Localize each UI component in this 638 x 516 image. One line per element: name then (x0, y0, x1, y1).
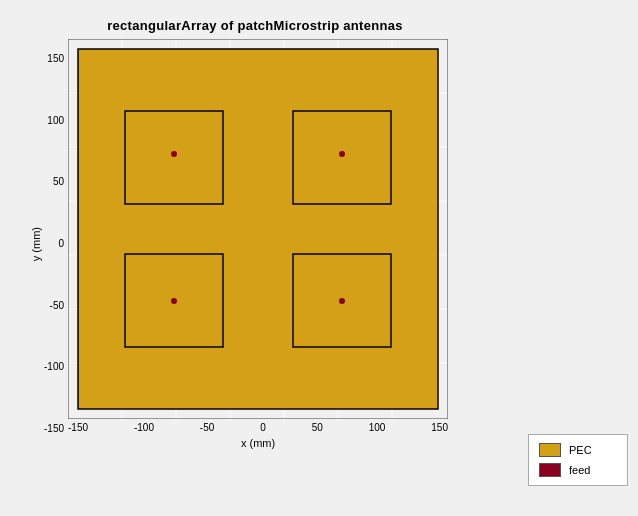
svg-point-19 (171, 298, 177, 304)
y-axis-ticks: 150 100 50 0 -50 -100 -150 (44, 54, 64, 434)
axes-container: y (mm) 150 100 50 0 -50 -100 -150 (30, 39, 480, 449)
x-tick-100: 100 (369, 422, 386, 433)
svg-rect-14 (125, 111, 223, 204)
svg-rect-13 (78, 49, 438, 409)
legend-swatch-pec (539, 443, 561, 457)
y-tick-0: 0 (58, 239, 64, 249)
plot-area: rectangularArray of patchMicrostrip ante… (30, 18, 480, 478)
legend: PEC feed (528, 434, 628, 486)
x-tick-n100: -100 (134, 422, 154, 433)
legend-swatch-feed (539, 463, 561, 477)
legend-label-pec: PEC (569, 444, 592, 456)
app-container: rectangularArray of patchMicrostrip ante… (0, 0, 638, 516)
y-tick-100: 100 (47, 116, 64, 126)
legend-item-pec: PEC (539, 443, 617, 457)
svg-point-15 (171, 151, 177, 157)
y-tick-n100: -100 (44, 362, 64, 372)
svg-point-17 (339, 151, 345, 157)
x-axis-ticks: -150 -100 -50 0 50 100 150 (68, 422, 448, 433)
x-tick-n150: -150 (68, 422, 88, 433)
chart-wrapper: -150 -100 -50 0 50 100 150 x (mm) (68, 39, 448, 449)
x-tick-150: 150 (431, 422, 448, 433)
x-axis-label: x (mm) (68, 437, 448, 449)
y-tick-n50: -50 (50, 301, 64, 311)
plot-title: rectangularArray of patchMicrostrip ante… (30, 18, 480, 33)
chart-svg (68, 39, 448, 419)
x-tick-n50: -50 (200, 422, 214, 433)
y-tick-150: 150 (47, 54, 64, 64)
y-tick-n150: -150 (44, 424, 64, 434)
x-tick-0: 0 (260, 422, 266, 433)
y-tick-50: 50 (53, 177, 64, 187)
legend-item-feed: feed (539, 463, 617, 477)
x-tick-50: 50 (312, 422, 323, 433)
legend-label-feed: feed (569, 464, 590, 476)
svg-point-21 (339, 298, 345, 304)
svg-rect-16 (293, 111, 391, 204)
y-axis-label: y (mm) (30, 227, 42, 261)
